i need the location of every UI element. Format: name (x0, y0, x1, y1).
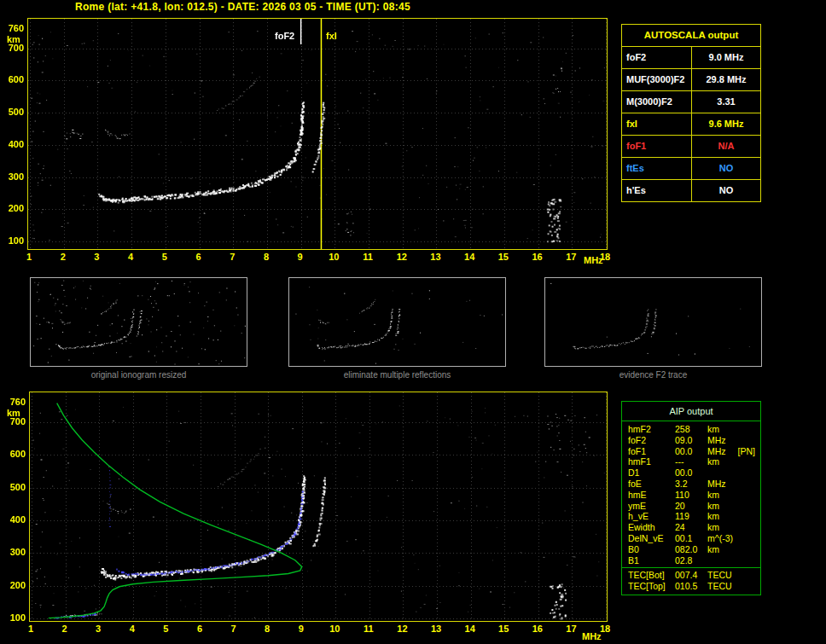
aip-param-name: hmE (622, 490, 675, 501)
x-tick-label: 6 (189, 252, 208, 262)
aip-param-name: B0 (622, 544, 675, 555)
x-tick-label: 5 (156, 624, 175, 634)
y-tick-label: 400 (2, 139, 24, 149)
autoscala-param-label: foF1 (622, 136, 692, 157)
x-tick-label: 3 (89, 624, 108, 634)
y-tick-label: 100 (2, 235, 24, 246)
aip-rows: hmF2258kmfoF209.0MHzfoF100.0MHz[PN]hmF1-… (622, 424, 760, 566)
aip-param-value: 20 (675, 501, 707, 512)
y-tick-label: 700 (2, 43, 24, 53)
aip-param-value: 007.4 (675, 570, 707, 581)
aip-row-TEC[Top]: TEC[Top]010.5TECU (622, 581, 760, 592)
aip-param-value: 119 (675, 511, 707, 522)
aip-tec-rows: TEC[Bot]007.4TECUTEC[Top]010.5TECU (622, 570, 760, 592)
aip-param-value: 09.0 (675, 435, 707, 446)
aip-param-value: --- (675, 456, 707, 467)
x-tick-label: 10 (324, 252, 343, 262)
aip-param-unit: km (707, 456, 760, 467)
aip-param-unit: MHz (707, 479, 760, 490)
x-tick-label: 11 (359, 624, 378, 634)
autoscala-param-label: h'Es (622, 180, 692, 201)
autoscala-rows: foF29.0 MHzMUF(3000)F229.8 MHzM(3000)F23… (622, 47, 760, 201)
aip-param-unit: MHz (707, 435, 760, 446)
autoscala-param-label: ftEs (622, 158, 692, 179)
x-tick-label: 9 (292, 624, 311, 634)
fxI-marker-label: fxI (326, 31, 337, 41)
thumbnail-original-canvas (31, 278, 247, 366)
aip-param-unit: km (707, 424, 760, 435)
aip-table: AIP output hmF2258kmfoF209.0MHzfoF100.0M… (621, 401, 761, 595)
aip-param-unit: TECU (707, 570, 760, 581)
x-tick-label: 14 (460, 252, 479, 262)
aip-param-name: B1 (622, 555, 675, 566)
y-tick-label: 760 (2, 23, 24, 33)
y-tick-label: 500 (2, 107, 24, 117)
autoscala-param-value: NO (692, 180, 760, 201)
aip-param-value: 02.8 (675, 555, 707, 566)
aip-param-value: 00.0 (675, 446, 707, 457)
y-tick-label: 400 (3, 514, 26, 525)
aip-param-name: h_vE (622, 511, 675, 522)
aip-param-unit: km (707, 490, 760, 501)
aip-param-unit (707, 555, 760, 566)
aip-row-ymE: ymE20km (622, 501, 760, 512)
y-tick-label: 760 (3, 397, 26, 407)
x-tick-label: 7 (223, 252, 241, 262)
autoscala-table-title: AUTOSCALA output (622, 25, 760, 47)
aip-param-unit: km (707, 522, 760, 533)
aip-row-hmF2: hmF2258km (622, 424, 760, 435)
aip-param-name: hmF1 (622, 456, 675, 467)
x-tick-label: 2 (55, 624, 74, 634)
x-tick-label: 1 (20, 252, 38, 262)
aip-row-hmE: hmE110km (622, 490, 760, 501)
aip-param-name: foF1 (622, 446, 675, 457)
autoscala-param-value: 3.31 (692, 91, 760, 113)
aip-row-foE: foE3.2MHz (622, 479, 760, 490)
x-tick-label: 9 (291, 252, 310, 262)
aip-param-flag: [PN] (738, 446, 755, 457)
aip-param-value: 082.0 (675, 544, 707, 555)
thumbnail-f2-canvas (545, 278, 761, 366)
aip-param-unit: km (707, 511, 760, 522)
x-tick-label: 15 (494, 252, 513, 262)
caption-original-ionogram: original ionogram resized (30, 370, 247, 380)
x-tick-label: 8 (257, 252, 276, 262)
x-tick-label: 5 (155, 252, 174, 262)
autoscala-param-label: foF2 (622, 47, 692, 68)
foF2-marker-label: foF2 (275, 31, 294, 41)
x-tick-label: 18 (596, 252, 614, 262)
x-tick-label: 12 (393, 624, 411, 634)
aip-row-hmF1: hmF1---km (622, 456, 760, 467)
autoscala-app: { "header": { "title": "Rome (lat: +41.8… (0, 0, 826, 644)
x-tick-label: 13 (427, 624, 445, 634)
autoscala-param-value: 29.8 MHz (692, 69, 760, 90)
aip-row-B1: B102.8 (622, 555, 760, 566)
ionogram-plot-top: foF2 fxI (27, 18, 608, 250)
autoscala-row-foF1: foF1N/A (622, 136, 760, 158)
aip-param-name: TEC[Bot] (622, 570, 675, 581)
aip-row-foF2: foF209.0MHz (622, 435, 760, 446)
aip-param-name: foE (622, 479, 675, 490)
x-tick-label: 4 (121, 252, 140, 262)
aip-param-value: 00.1 (675, 533, 707, 544)
autoscala-param-label: fxI (622, 113, 692, 135)
x-tick-label: 6 (190, 624, 209, 634)
thumbnail-filtered-ionogram (288, 277, 506, 367)
aip-param-name: ymE (622, 501, 675, 512)
aip-row-B0: B0082.0km (622, 544, 760, 555)
autoscala-row-foF2: foF29.0 MHz (622, 47, 760, 69)
aip-param-value: 24 (675, 522, 707, 533)
aip-param-name: Ewidth (622, 522, 675, 533)
autoscala-row-MUF(3000)F2: MUF(3000)F229.8 MHz (622, 69, 760, 91)
y-tick-label: 200 (2, 203, 24, 213)
aip-param-name: TEC[Top] (622, 581, 675, 592)
aip-row-Ewidth: Ewidth24km (622, 522, 760, 533)
aip-row-D1: D100.0 (622, 467, 760, 479)
x-tick-label: 8 (258, 624, 276, 634)
x-tick-label: 16 (528, 252, 547, 262)
x-tick-label: 17 (561, 252, 580, 262)
aip-row-TEC[Bot]: TEC[Bot]007.4TECU (622, 570, 760, 581)
autoscala-param-label: M(3000)F2 (622, 91, 692, 113)
aip-param-unit: km (707, 544, 760, 555)
x-tick-label: 13 (426, 252, 445, 262)
